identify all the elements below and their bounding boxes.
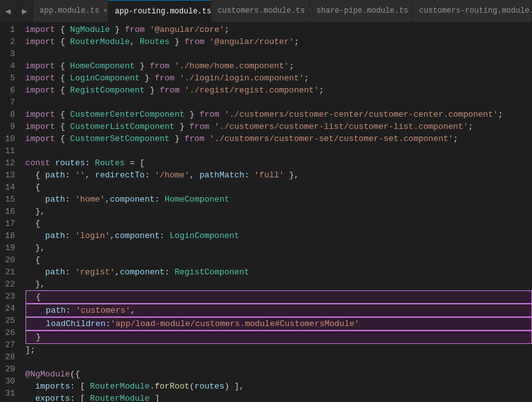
tab-label: customers-routing.module.ts bbox=[419, 6, 532, 15]
close-icon[interactable]: × bbox=[103, 6, 108, 15]
code-line: }, bbox=[26, 242, 532, 254]
code-line: path: 'login',component: LoginComponent bbox=[26, 230, 532, 242]
code-line bbox=[26, 145, 532, 157]
tab-label: share-pipe.module.ts bbox=[316, 6, 408, 15]
line-numbers: 123456 789101112 131415161718 1920212223… bbox=[0, 22, 23, 402]
code-line: { bbox=[26, 254, 532, 266]
code-line: }, bbox=[26, 278, 532, 290]
code-line: import { CustomerCenterComponent } from … bbox=[26, 108, 532, 121]
code-line: { bbox=[26, 181, 532, 193]
tab-customers-module[interactable]: customers.module.ts × bbox=[211, 0, 310, 22]
code-line-highlighted: } bbox=[26, 331, 532, 344]
code-line-highlighted: loadChildren:'app/load-module/customers.… bbox=[26, 317, 532, 331]
tab-customers-routing-module[interactable]: customers-routing.module.ts bbox=[413, 0, 532, 22]
code-line: }, bbox=[26, 205, 532, 218]
code-line: { bbox=[26, 218, 532, 230]
code-line: imports: [ RouterModule.forRoot(routes) … bbox=[26, 380, 532, 392]
code-line-highlighted: { bbox=[26, 290, 532, 304]
tab-prev-btn[interactable]: ◀ bbox=[0, 0, 17, 22]
code-line: const routes: Routes = [ bbox=[26, 157, 532, 169]
code-line: import { RegistComponent } from './regis… bbox=[26, 84, 532, 96]
tab-bar: ◀ ▶ app.module.ts × app-routing.module.t… bbox=[0, 0, 532, 22]
code-line: exports: [ RouterModule ] bbox=[26, 392, 532, 402]
code-line: import { CustomerListComponent } from '.… bbox=[26, 121, 532, 133]
code-line bbox=[26, 96, 532, 108]
tab-share-pipe-module[interactable]: share-pipe.module.ts × bbox=[310, 0, 413, 22]
code-line: path: 'home',component: HomeComponent bbox=[26, 193, 532, 205]
tab-label: customers.module.ts bbox=[218, 6, 305, 15]
code-line: import { RouterModule, Routes } from '@a… bbox=[26, 36, 532, 48]
code-line: import { NgModule } from '@angular/core'… bbox=[26, 24, 532, 36]
code-line: import { CustomerSetComponent } from './… bbox=[26, 133, 532, 145]
tab-app-module[interactable]: app.module.ts × bbox=[33, 0, 108, 22]
tab-label: app-routing.module.ts bbox=[115, 7, 211, 16]
tab-label: app.module.ts bbox=[40, 6, 100, 15]
code-line: @NgModule({ bbox=[26, 368, 532, 380]
code-line bbox=[26, 48, 532, 60]
code-line: path: 'regist',component: RegistComponen… bbox=[26, 266, 532, 278]
code-line: { path: '', redirectTo: '/home', pathMat… bbox=[26, 169, 532, 181]
editor: 123456 789101112 131415161718 1920212223… bbox=[0, 22, 532, 402]
code-line: import { HomeComponent } from './home/ho… bbox=[26, 60, 532, 72]
tab-next-btn[interactable]: ▶ bbox=[17, 0, 33, 22]
code-line: import { LoginComponent } from './login/… bbox=[26, 72, 532, 84]
code-line: ]; bbox=[26, 344, 532, 356]
code-area[interactable]: import { NgModule } from '@angular/core'… bbox=[23, 22, 532, 402]
code-line bbox=[26, 356, 532, 368]
tab-app-routing-module[interactable]: app-routing.module.ts bbox=[108, 0, 211, 22]
code-line-highlighted: path: 'customers', bbox=[26, 304, 532, 317]
